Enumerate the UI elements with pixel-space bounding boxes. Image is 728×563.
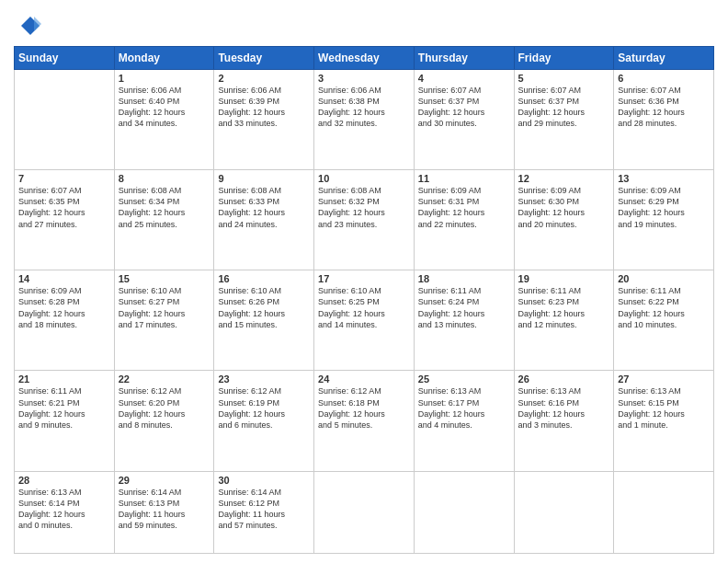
calendar-cell: 20Sunrise: 6:11 AM Sunset: 6:22 PM Dayli…: [614, 270, 714, 371]
day-info: Sunrise: 6:11 AM Sunset: 6:21 PM Dayligh…: [18, 385, 110, 431]
page: SundayMondayTuesdayWednesdayThursdayFrid…: [0, 0, 728, 563]
calendar-cell: 28Sunrise: 6:13 AM Sunset: 6:14 PM Dayli…: [15, 471, 115, 553]
day-number: 26: [518, 373, 610, 385]
calendar-week-row: 7Sunrise: 6:07 AM Sunset: 6:35 PM Daylig…: [15, 170, 714, 270]
weekday-header-monday: Monday: [114, 47, 214, 70]
day-number: 13: [618, 173, 710, 184]
day-number: 6: [618, 73, 710, 84]
day-number: 8: [119, 173, 210, 184]
day-number: 21: [18, 373, 110, 385]
day-info: Sunrise: 6:14 AM Sunset: 6:12 PM Dayligh…: [218, 487, 310, 532]
day-info: Sunrise: 6:13 AM Sunset: 6:15 PM Dayligh…: [618, 385, 710, 431]
day-number: 14: [18, 273, 110, 284]
calendar-cell: 4Sunrise: 6:07 AM Sunset: 6:37 PM Daylig…: [414, 70, 514, 170]
calendar-cell: 9Sunrise: 6:08 AM Sunset: 6:33 PM Daylig…: [214, 170, 314, 270]
day-info: Sunrise: 6:06 AM Sunset: 6:39 PM Dayligh…: [218, 85, 310, 130]
calendar-cell: 21Sunrise: 6:11 AM Sunset: 6:21 PM Dayli…: [15, 371, 115, 471]
weekday-header-wednesday: Wednesday: [314, 47, 415, 70]
day-number: 23: [218, 373, 310, 385]
day-number: 4: [418, 73, 510, 84]
day-number: 22: [119, 373, 210, 385]
day-number: 30: [218, 475, 310, 486]
logo-icon: [14, 13, 41, 40]
day-info: Sunrise: 6:09 AM Sunset: 6:30 PM Dayligh…: [518, 185, 610, 230]
calendar-cell: 12Sunrise: 6:09 AM Sunset: 6:30 PM Dayli…: [514, 170, 614, 270]
day-info: Sunrise: 6:12 AM Sunset: 6:18 PM Dayligh…: [318, 385, 410, 431]
calendar-table: SundayMondayTuesdayWednesdayThursdayFrid…: [14, 46, 714, 554]
calendar-cell: 5Sunrise: 6:07 AM Sunset: 6:37 PM Daylig…: [514, 70, 614, 170]
day-number: 9: [218, 173, 310, 184]
calendar-cell: 8Sunrise: 6:08 AM Sunset: 6:34 PM Daylig…: [114, 170, 214, 270]
calendar-cell: 30Sunrise: 6:14 AM Sunset: 6:12 PM Dayli…: [214, 471, 314, 553]
day-info: Sunrise: 6:10 AM Sunset: 6:25 PM Dayligh…: [318, 285, 410, 330]
calendar-cell: [414, 471, 514, 553]
day-number: 24: [318, 373, 410, 385]
calendar-cell: 1Sunrise: 6:06 AM Sunset: 6:40 PM Daylig…: [114, 70, 214, 170]
calendar-cell: [314, 471, 415, 553]
day-number: 1: [119, 73, 210, 84]
calendar-cell: 24Sunrise: 6:12 AM Sunset: 6:18 PM Dayli…: [314, 371, 415, 471]
day-info: Sunrise: 6:12 AM Sunset: 6:19 PM Dayligh…: [218, 385, 310, 431]
day-info: Sunrise: 6:10 AM Sunset: 6:26 PM Dayligh…: [218, 285, 310, 330]
calendar-cell: 6Sunrise: 6:07 AM Sunset: 6:36 PM Daylig…: [614, 70, 714, 170]
day-number: 19: [518, 273, 610, 284]
calendar-cell: 10Sunrise: 6:08 AM Sunset: 6:32 PM Dayli…: [314, 170, 415, 270]
calendar-cell: 18Sunrise: 6:11 AM Sunset: 6:24 PM Dayli…: [414, 270, 514, 371]
calendar-cell: 14Sunrise: 6:09 AM Sunset: 6:28 PM Dayli…: [15, 270, 115, 371]
day-info: Sunrise: 6:07 AM Sunset: 6:35 PM Dayligh…: [18, 185, 110, 230]
day-info: Sunrise: 6:06 AM Sunset: 6:38 PM Dayligh…: [318, 85, 410, 130]
day-number: 16: [218, 273, 310, 284]
calendar-cell: [15, 70, 115, 170]
calendar-cell: 19Sunrise: 6:11 AM Sunset: 6:23 PM Dayli…: [514, 270, 614, 371]
calendar-cell: 2Sunrise: 6:06 AM Sunset: 6:39 PM Daylig…: [214, 70, 314, 170]
day-number: 17: [318, 273, 410, 284]
day-number: 12: [518, 173, 610, 184]
day-info: Sunrise: 6:13 AM Sunset: 6:14 PM Dayligh…: [18, 487, 110, 532]
day-info: Sunrise: 6:08 AM Sunset: 6:33 PM Dayligh…: [218, 185, 310, 230]
day-info: Sunrise: 6:14 AM Sunset: 6:13 PM Dayligh…: [119, 487, 210, 532]
calendar-week-row: 14Sunrise: 6:09 AM Sunset: 6:28 PM Dayli…: [15, 270, 714, 371]
header: [14, 9, 714, 40]
day-info: Sunrise: 6:11 AM Sunset: 6:24 PM Dayligh…: [418, 285, 510, 330]
day-info: Sunrise: 6:09 AM Sunset: 6:28 PM Dayligh…: [18, 285, 110, 330]
day-number: 27: [618, 373, 710, 385]
calendar-cell: 15Sunrise: 6:10 AM Sunset: 6:27 PM Dayli…: [114, 270, 214, 371]
calendar-cell: 25Sunrise: 6:13 AM Sunset: 6:17 PM Dayli…: [414, 371, 514, 471]
day-info: Sunrise: 6:12 AM Sunset: 6:20 PM Dayligh…: [119, 385, 210, 431]
calendar-cell: 16Sunrise: 6:10 AM Sunset: 6:26 PM Dayli…: [214, 270, 314, 371]
calendar-cell: [514, 471, 614, 553]
day-number: 3: [318, 73, 410, 84]
logo: [14, 13, 45, 40]
calendar-cell: 22Sunrise: 6:12 AM Sunset: 6:20 PM Dayli…: [114, 371, 214, 471]
day-info: Sunrise: 6:10 AM Sunset: 6:27 PM Dayligh…: [119, 285, 210, 330]
calendar-cell: 7Sunrise: 6:07 AM Sunset: 6:35 PM Daylig…: [15, 170, 115, 270]
calendar-cell: 17Sunrise: 6:10 AM Sunset: 6:25 PM Dayli…: [314, 270, 415, 371]
calendar-cell: 29Sunrise: 6:14 AM Sunset: 6:13 PM Dayli…: [114, 471, 214, 553]
calendar-cell: 27Sunrise: 6:13 AM Sunset: 6:15 PM Dayli…: [614, 371, 714, 471]
weekday-header-friday: Friday: [514, 47, 614, 70]
day-info: Sunrise: 6:07 AM Sunset: 6:37 PM Dayligh…: [518, 85, 610, 130]
weekday-header-sunday: Sunday: [15, 47, 115, 70]
day-number: 15: [119, 273, 210, 284]
calendar-week-row: 21Sunrise: 6:11 AM Sunset: 6:21 PM Dayli…: [15, 371, 714, 471]
day-number: 25: [418, 373, 510, 385]
day-info: Sunrise: 6:08 AM Sunset: 6:34 PM Dayligh…: [119, 185, 210, 230]
calendar-cell: 11Sunrise: 6:09 AM Sunset: 6:31 PM Dayli…: [414, 170, 514, 270]
day-number: 28: [18, 475, 110, 486]
svg-marker-1: [34, 17, 41, 31]
day-info: Sunrise: 6:09 AM Sunset: 6:29 PM Dayligh…: [618, 185, 710, 230]
day-number: 7: [18, 173, 110, 184]
day-info: Sunrise: 6:07 AM Sunset: 6:37 PM Dayligh…: [418, 85, 510, 130]
day-number: 18: [418, 273, 510, 284]
calendar-week-row: 28Sunrise: 6:13 AM Sunset: 6:14 PM Dayli…: [15, 471, 714, 553]
day-info: Sunrise: 6:07 AM Sunset: 6:36 PM Dayligh…: [618, 85, 710, 130]
day-info: Sunrise: 6:13 AM Sunset: 6:16 PM Dayligh…: [518, 385, 610, 431]
day-info: Sunrise: 6:13 AM Sunset: 6:17 PM Dayligh…: [418, 385, 510, 431]
day-number: 20: [618, 273, 710, 284]
calendar-cell: 3Sunrise: 6:06 AM Sunset: 6:38 PM Daylig…: [314, 70, 415, 170]
day-info: Sunrise: 6:11 AM Sunset: 6:23 PM Dayligh…: [518, 285, 610, 330]
calendar-cell: 26Sunrise: 6:13 AM Sunset: 6:16 PM Dayli…: [514, 371, 614, 471]
day-info: Sunrise: 6:11 AM Sunset: 6:22 PM Dayligh…: [618, 285, 710, 330]
day-number: 10: [318, 173, 410, 184]
day-number: 2: [218, 73, 310, 84]
